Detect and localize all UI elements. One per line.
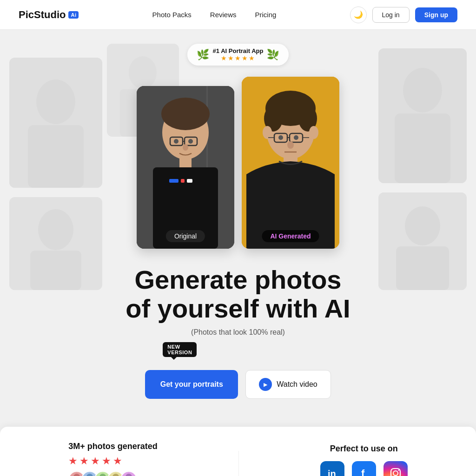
svg-point-37 [263,126,272,139]
bg-portrait-right-bottom [378,192,467,290]
svg-rect-11 [396,246,449,290]
nav-links: Photo Packs Reviews Pricing [152,11,277,19]
svg-rect-2 [28,125,84,188]
navbar: PicStudio Ai Photo Packs Reviews Pricing… [0,0,476,30]
svg-rect-5 [30,251,81,290]
watch-video-button[interactable]: ▶ Watch video [245,370,331,399]
svg-point-24 [188,139,193,144]
nav-reviews[interactable]: Reviews [210,11,237,19]
svg-rect-8 [395,113,450,183]
nav-photo-packs[interactable]: Photo Packs [152,11,192,19]
stats-right: Perfect to use on in f [320,444,408,476]
bg-portrait-left-bottom [9,197,102,290]
login-button[interactable]: Log in [372,7,410,23]
avatar-5 [120,471,137,476]
bg-portrait-right-top [378,48,467,183]
award-stars: ★★★★★ [221,54,256,62]
svg-point-58 [398,469,399,471]
award-text: #1 AI Portrait App ★★★★★ [213,47,264,62]
photos-generated-count: 3M+ photos generated [68,442,158,451]
svg-point-4 [38,209,73,250]
svg-point-1 [36,79,75,124]
laurel-right-icon: 🌿 [267,49,279,61]
stats-bar: 3M+ photos generated ★ ★ ★ ★ ★ [0,427,476,476]
new-version-badge: NEW VERSION [163,342,197,357]
social-icons: in f [320,461,408,476]
star-2: ★ [79,455,89,467]
star-4: ★ [102,455,111,467]
instagram-icon[interactable] [383,461,408,476]
new-version-line1: NEW [167,344,180,350]
linkedin-icon[interactable]: in [320,461,344,476]
award-title: #1 AI Portrait App [213,47,264,54]
generated-photo-inner [242,77,339,249]
new-version-line2: VERSION [167,350,192,355]
original-photo-inner [137,86,234,249]
ai-badge: Ai [68,11,79,19]
svg-point-23 [174,139,178,144]
svg-point-38 [309,126,318,139]
theme-toggle-button[interactable]: 🌙 [350,7,367,23]
svg-point-7 [403,68,442,112]
facebook-icon[interactable]: f [352,461,376,476]
star-1: ★ [68,455,78,467]
svg-point-52 [112,474,119,476]
svg-rect-28 [169,179,178,183]
award-badge: 🌿 #1 AI Portrait App ★★★★★ 🌿 [187,44,289,66]
user-avatars [68,471,137,476]
svg-point-10 [405,206,440,245]
signup-button[interactable]: Sign up [415,7,457,22]
nav-actions: 🌙 Log in Sign up [350,7,457,23]
svg-point-51 [99,474,106,476]
star-3: ★ [91,455,100,467]
svg-rect-30 [187,179,192,183]
stats-left: 3M+ photos generated ★ ★ ★ ★ ★ [68,442,158,476]
watch-video-label: Watch video [277,380,317,389]
svg-point-44 [278,135,283,140]
photo-card-generated: AI Generated [242,77,339,249]
svg-point-25 [183,144,188,151]
hero-subtext: (Photos that look 100% real) [191,328,285,337]
get-portraits-button[interactable]: Get your portraits [145,370,238,399]
svg-point-50 [86,474,93,476]
play-icon: ▶ [259,378,272,391]
photo-card-original: Original [137,86,234,249]
logo[interactable]: PicStudio Ai [19,9,79,21]
hero-heading: Generate photos of yourself with AI [126,265,350,323]
original-label: Original [166,230,205,242]
hero-heading-line2: of yourself with AI [126,294,350,323]
stats-divider [238,451,239,476]
svg-point-46 [287,141,294,149]
star-5: ★ [113,455,122,467]
svg-rect-29 [181,179,185,183]
svg-point-19 [161,98,210,130]
photo-comparison: Original [137,77,339,249]
hero-content: 🌿 #1 AI Portrait App ★★★★★ 🌿 [126,44,350,399]
laurel-left-icon: 🌿 [197,49,209,61]
perfect-for-title: Perfect to use on [330,444,398,454]
svg-point-45 [294,135,298,140]
svg-text:f: f [361,468,365,476]
nav-pricing[interactable]: Pricing [255,11,277,19]
rating-stars: ★ ★ ★ ★ ★ [68,455,122,467]
generated-label: AI Generated [262,230,319,242]
svg-point-57 [393,471,398,476]
bg-portrait-left-top [9,58,102,188]
logo-text: PicStudio [19,9,66,21]
hero-heading-line1: Generate photos [135,265,342,294]
cta-buttons: Get your portraits ▶ Watch video [145,370,331,399]
svg-point-49 [73,474,80,476]
svg-point-53 [126,474,132,476]
svg-text:in: in [328,469,336,476]
hero-section: 🌿 #1 AI Portrait App ★★★★★ 🌿 [0,30,476,476]
